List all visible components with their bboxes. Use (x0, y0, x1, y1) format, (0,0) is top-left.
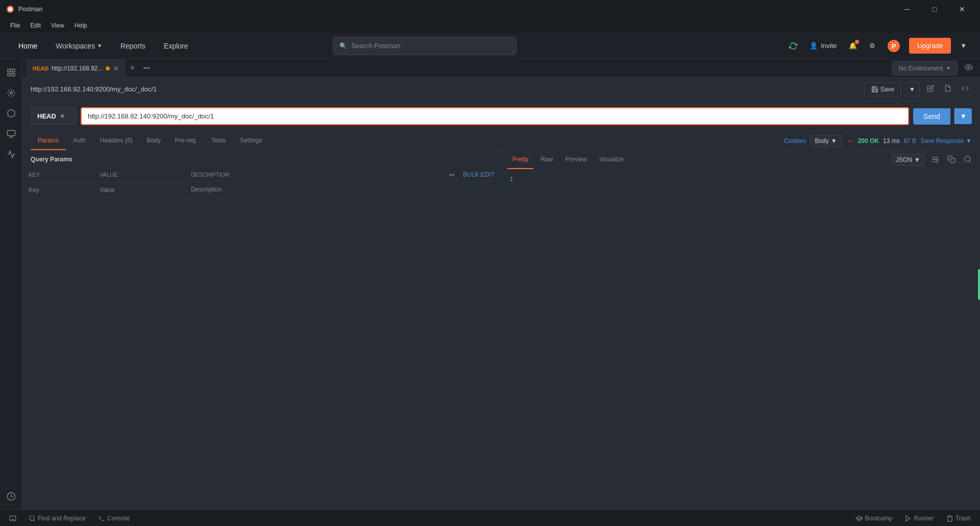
environments-icon[interactable] (2, 104, 20, 123)
settings-button[interactable]: ⚙ (866, 39, 878, 53)
menu-edit[interactable]: Edit (26, 20, 45, 31)
sync-button[interactable] (786, 39, 800, 53)
word-wrap-button[interactable] (929, 153, 941, 167)
expand-button[interactable]: ▼ (957, 39, 970, 53)
code-button[interactable] (959, 82, 972, 97)
env-selector-area: No Environment ▼ (892, 60, 976, 76)
request-tab[interactable]: HEAD http://192.168.92... ✕ (27, 59, 126, 78)
trash-icon (946, 515, 953, 522)
bulk-edit-button[interactable]: Bulk Edit (463, 171, 495, 178)
console-button[interactable]: Console (95, 513, 133, 524)
shortcuts-button[interactable] (6, 513, 19, 524)
new-tab-button[interactable]: + (126, 63, 139, 74)
nav-reports[interactable]: Reports (112, 38, 154, 54)
svg-rect-4 (8, 69, 10, 71)
mock-servers-icon[interactable] (2, 125, 20, 143)
env-eye-button[interactable] (962, 60, 976, 76)
chevron-down-icon: ▼ (960, 42, 967, 50)
tab-close-icon[interactable]: ✕ (113, 64, 119, 73)
apis-icon[interactable] (2, 84, 20, 102)
more-options-icon[interactable]: ••• (449, 172, 455, 178)
nav-home[interactable]: Home (10, 38, 45, 54)
header-actions: Save ▼ (865, 82, 972, 97)
copy-icon (947, 155, 955, 163)
key-cell[interactable]: Key (22, 182, 93, 198)
status-bar-right: Bootcamp Runner Trash (852, 513, 974, 524)
close-button[interactable]: ✕ (950, 2, 974, 16)
svg-line-16 (969, 161, 971, 162)
unsaved-indicator (106, 66, 110, 70)
desc-cell[interactable]: Description (185, 182, 501, 198)
menu-file[interactable]: File (6, 20, 24, 31)
svg-point-15 (965, 156, 970, 162)
tab-url: http://192.168.92... (52, 65, 103, 72)
resp-tab-preview[interactable]: Preview (560, 151, 592, 169)
tab-settings[interactable]: Settings (233, 132, 269, 150)
search-bar[interactable]: 🔍 Search Postman (333, 37, 517, 55)
find-replace-button[interactable]: Find and Replace (26, 513, 89, 524)
cookies-button[interactable]: Cookies (784, 137, 806, 145)
notes-icon (944, 85, 951, 92)
tab-auth[interactable]: Auth (66, 132, 93, 150)
workspaces-chevron-icon: ▼ (97, 43, 102, 49)
save-dropdown-button[interactable]: ▼ (905, 82, 920, 97)
svg-line-19 (34, 519, 35, 521)
nav-workspaces[interactable]: Workspaces ▼ (47, 38, 110, 54)
breadcrumb-url: http://192.168.92.140:9200/my_doc/_doc/1 (31, 85, 157, 93)
send-button[interactable]: Send (913, 108, 950, 125)
svg-text:P: P (892, 42, 896, 50)
pencil-icon (927, 85, 934, 92)
keyboard-icon (9, 515, 16, 522)
value-cell[interactable]: Value (93, 182, 185, 198)
resp-tab-pretty[interactable]: Pretty (507, 151, 533, 169)
collections-icon[interactable] (2, 63, 20, 82)
profile-button[interactable]: P (885, 37, 903, 55)
tab-pre-req[interactable]: Pre-req. (168, 132, 204, 150)
window-controls: ─ □ ✕ (895, 2, 974, 16)
profile-icon: P (888, 40, 900, 52)
edit-button[interactable] (924, 82, 937, 97)
response-pane: Pretty Raw Preview Visualize JSON ▼ (501, 151, 980, 510)
minimize-button[interactable]: ─ (895, 2, 919, 16)
tab-body[interactable]: Body (139, 132, 167, 150)
invite-icon: 👤 (810, 42, 818, 50)
search-response-button[interactable] (962, 153, 974, 167)
save-response-button[interactable]: Save Response ▼ (920, 137, 972, 145)
app-title: Postman (18, 6, 42, 13)
save-button[interactable]: Save (865, 82, 901, 97)
send-dropdown-button[interactable]: ▼ (954, 108, 972, 124)
params-table: KEY VALUE DESCRIPTION ••• Bulk Edit (22, 168, 501, 198)
trash-button[interactable]: Trash (943, 513, 974, 524)
app-icon (6, 5, 14, 13)
env-chevron-icon: ▼ (946, 65, 951, 71)
invite-button[interactable]: 👤 Invite (806, 39, 840, 53)
copy-response-button[interactable] (945, 153, 958, 167)
save-response-chevron-icon: ▼ (966, 137, 972, 145)
monitors-icon[interactable] (2, 145, 20, 163)
method-selector[interactable]: HEAD ▼ (31, 108, 77, 125)
environment-selector[interactable]: No Environment ▼ (892, 61, 958, 76)
notes-button[interactable] (941, 82, 954, 97)
tab-params[interactable]: Params (31, 132, 66, 150)
maximize-button[interactable]: □ (923, 2, 946, 16)
bootcamp-button[interactable]: Bootcamp (852, 513, 895, 524)
response-status-area: Cookies Body ▼ → 200 OK 13 ms 87 B Save … (784, 135, 972, 147)
body-dropdown-button[interactable]: Body ▼ (810, 135, 841, 147)
status-code: 200 OK (858, 137, 879, 145)
tab-tests[interactable]: Tests (204, 132, 233, 150)
save-icon (871, 86, 878, 93)
resp-tab-raw[interactable]: Raw (535, 151, 558, 169)
resp-tab-visualize[interactable]: Visualize (594, 151, 629, 169)
more-tabs-button[interactable]: ••• (139, 65, 154, 72)
upgrade-button[interactable]: Upgrade (909, 38, 951, 54)
url-input[interactable] (81, 107, 909, 125)
runner-button[interactable]: Runner (901, 513, 937, 524)
tab-method: HEAD (33, 65, 48, 71)
history-icon[interactable] (2, 487, 20, 506)
nav-tabs: Home Workspaces ▼ Reports Explore (10, 38, 197, 54)
format-selector[interactable]: JSON ▼ (891, 154, 925, 166)
nav-explore[interactable]: Explore (156, 38, 196, 54)
menu-help[interactable]: Help (70, 20, 91, 31)
menu-view[interactable]: View (47, 20, 68, 31)
tab-headers[interactable]: Headers (6) (93, 132, 139, 150)
